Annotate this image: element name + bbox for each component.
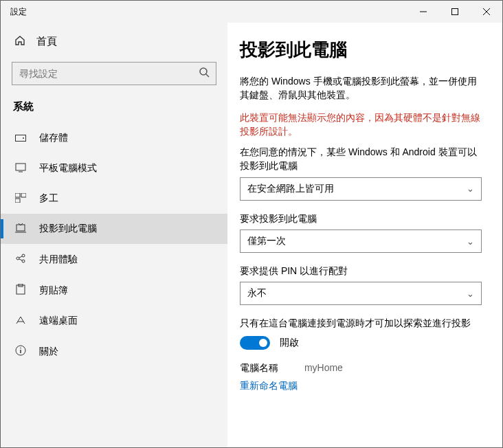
svg-rect-6 [16, 135, 26, 142]
minimize-icon [420, 8, 427, 15]
svg-point-16 [22, 254, 25, 257]
svg-point-17 [22, 260, 25, 262]
section-title: 系統 [1, 95, 227, 123]
info-icon [14, 345, 27, 358]
svg-point-27 [20, 348, 21, 349]
setting2-select[interactable]: 僅第一次 ⌄ [240, 229, 482, 253]
window-title: 設定 [1, 6, 27, 18]
clipboard-icon [14, 284, 27, 297]
tablet-icon [14, 163, 27, 175]
rename-pc-link[interactable]: 重新命名電腦 [240, 380, 482, 392]
search-input[interactable] [12, 62, 216, 85]
pc-name-value: myHome [304, 362, 343, 373]
sidebar-item-shared[interactable]: 共用體驗 [1, 244, 227, 275]
svg-point-15 [16, 257, 19, 260]
close-icon [483, 8, 490, 15]
svg-line-22 [16, 317, 21, 324]
content: 投影到此電腦 將您的 Windows 手機或電腦投影到此螢幕，並一併使用其鍵盤、… [227, 23, 502, 447]
sidebar-item-label: 多工 [39, 192, 58, 205]
sidebar-item-remote[interactable]: 遠端桌面 [1, 306, 227, 336]
svg-line-18 [19, 256, 22, 258]
power-only-toggle[interactable] [240, 336, 270, 350]
svg-line-19 [19, 259, 22, 260]
sidebar-item-multitask[interactable]: 多工 [1, 183, 227, 214]
svg-line-5 [206, 74, 209, 77]
sidebar-item-home[interactable]: 首頁 [1, 28, 227, 55]
project-icon [14, 223, 27, 235]
svg-point-7 [23, 137, 24, 139]
maximize-button[interactable] [439, 1, 471, 23]
multitask-icon [14, 193, 27, 205]
svg-line-23 [21, 317, 25, 324]
svg-rect-12 [15, 199, 20, 203]
sidebar: 首頁 系統 儲存體 平板電腦模式 多工 投影到此電腦 共用體驗 [1, 23, 227, 447]
svg-rect-10 [15, 193, 20, 197]
search-wrap [12, 62, 216, 85]
sidebar-item-label: 關於 [39, 346, 58, 358]
chevron-down-icon: ⌄ [467, 289, 474, 299]
sidebar-item-label: 遠端桌面 [39, 315, 78, 327]
share-icon [14, 253, 27, 266]
setting1-value: 在安全網路上皆可用 [247, 183, 334, 195]
home-label: 首頁 [36, 35, 57, 48]
warning-text: 此裝置可能無法顯示您的內容，因為其硬體不是針對無線投影所設計。 [240, 111, 482, 139]
svg-rect-11 [21, 193, 26, 197]
setting2-value: 僅第一次 [247, 235, 286, 247]
setting1-label: 在您同意的情況下，某些 Windows 和 Android 裝置可以投影到此電腦 [240, 145, 482, 173]
sidebar-item-label: 平板電腦模式 [39, 162, 97, 175]
toggle-label: 開啟 [280, 337, 299, 349]
home-icon [14, 35, 25, 48]
close-button[interactable] [471, 1, 502, 23]
svg-rect-8 [16, 164, 25, 170]
sidebar-item-label: 投影到此電腦 [39, 223, 97, 235]
sidebar-item-tablet[interactable]: 平板電腦模式 [1, 153, 227, 183]
chevron-down-icon: ⌄ [467, 183, 474, 194]
sidebar-item-storage[interactable]: 儲存體 [1, 123, 227, 153]
sidebar-item-clipboard[interactable]: 剪貼簿 [1, 275, 227, 306]
page-description: 將您的 Windows 手機或電腦投影到此螢幕，並一併使用其鍵盤、滑鼠與其他裝置… [240, 74, 482, 102]
sidebar-item-label: 儲存體 [39, 132, 68, 144]
sidebar-item-label: 剪貼簿 [39, 284, 68, 297]
search-icon [199, 67, 210, 80]
sidebar-item-label: 共用體驗 [39, 254, 78, 266]
setting1-select[interactable]: 在安全網路上皆可用 ⌄ [240, 177, 482, 201]
svg-rect-1 [452, 9, 458, 15]
window-controls [407, 1, 502, 23]
pc-name-row: 電腦名稱 myHome [240, 362, 482, 374]
remote-icon [14, 315, 27, 327]
sidebar-item-about[interactable]: 關於 [1, 336, 227, 367]
titlebar: 設定 [1, 1, 502, 23]
setting2-label: 要求投影到此電腦 [240, 212, 482, 225]
chevron-down-icon: ⌄ [467, 236, 474, 247]
maximize-icon [451, 8, 458, 15]
page-title: 投影到此電腦 [240, 38, 482, 62]
svg-point-4 [200, 68, 207, 75]
storage-icon [14, 133, 27, 144]
setting3-select[interactable]: 永不 ⌄ [240, 282, 482, 305]
minimize-button[interactable] [407, 1, 439, 23]
toggle-row: 開啟 [240, 336, 482, 350]
setting3-label: 要求提供 PIN 以進行配對 [240, 264, 482, 278]
sidebar-item-project[interactable]: 投影到此電腦 [1, 214, 227, 244]
setting3-value: 永不 [247, 287, 267, 300]
layout: 首頁 系統 儲存體 平板電腦模式 多工 投影到此電腦 共用體驗 [1, 23, 502, 447]
pc-name-label: 電腦名稱 [240, 362, 302, 374]
setting4-label: 只有在這台電腦連接到電源時才可加以探索並進行投影 [240, 316, 482, 330]
